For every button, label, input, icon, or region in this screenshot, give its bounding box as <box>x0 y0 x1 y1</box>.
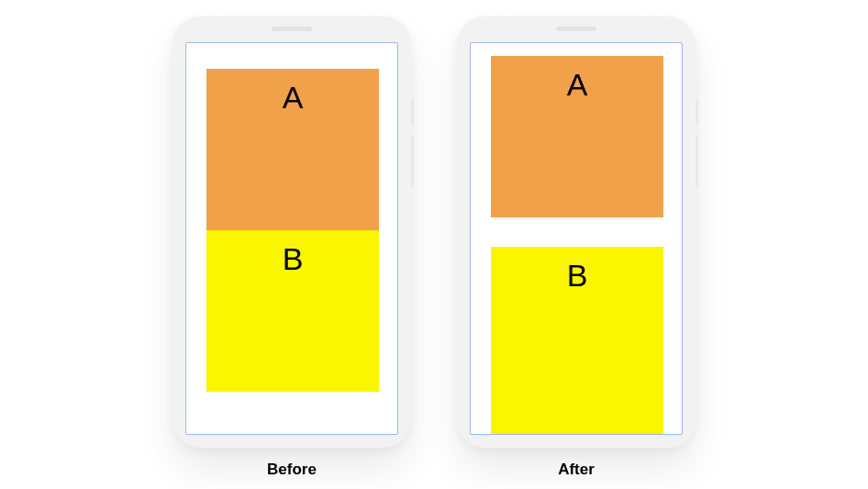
element-a: A <box>206 69 379 230</box>
phone-side-button <box>411 99 414 125</box>
phone-mockup-after: A B <box>457 17 696 448</box>
element-a: A <box>491 56 663 217</box>
after-group: A B After <box>457 17 696 479</box>
phone-side-button <box>696 99 698 125</box>
element-b: B <box>491 247 663 435</box>
phone-screen-before: A B <box>185 42 398 435</box>
phone-screen-after: A B <box>470 42 683 435</box>
phone-side-button <box>696 136 698 186</box>
diagram-stage: A B Before A B After <box>0 0 868 489</box>
caption-before: Before <box>267 461 317 479</box>
phone-mockup-before: A B <box>172 17 411 448</box>
before-group: A B Before <box>172 17 411 479</box>
caption-after: After <box>558 461 595 479</box>
element-b: B <box>206 230 379 392</box>
phone-side-button <box>411 136 414 186</box>
